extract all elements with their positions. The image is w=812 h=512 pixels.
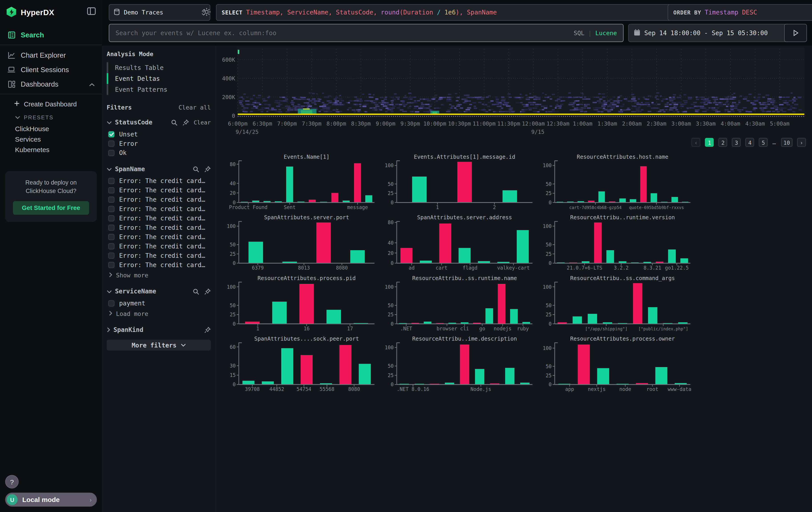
pagination-page-1[interactable]: 1 (705, 138, 714, 147)
delta-chart-spanattributes-server-address[interactable]: SpanAttributes.server.address0204080adca… (385, 214, 543, 275)
load-more-button[interactable]: Load more (107, 309, 211, 318)
filter-option-unset[interactable]: Unset (107, 130, 211, 139)
pagination-prev-button[interactable]: ‹ (692, 138, 701, 147)
collapse-sidebar-icon[interactable] (87, 7, 96, 17)
preset-item-clickhouse[interactable]: ClickHouse (0, 123, 102, 134)
mode-lucene[interactable]: Lucene (596, 29, 617, 37)
filter-option-error-the-c[interactable]: Error: The credit card (… (107, 195, 211, 204)
pagination-page-3[interactable]: 3 (732, 138, 741, 147)
checkbox[interactable] (108, 234, 115, 240)
checkbox[interactable] (108, 150, 115, 156)
delta-chart-events-attributes-1-message-id[interactable]: Events.Attributes[1].message.id025501001… (385, 154, 543, 214)
source-select[interactable]: Demo Traces (109, 4, 210, 21)
help-button[interactable]: ? (5, 475, 19, 489)
time-range-picker[interactable]: Sep 14 18:00:00 - Sep 15 05:30:00 (628, 24, 790, 42)
pin-icon[interactable] (204, 326, 211, 333)
delta-chart-resourceattributes-process-owner[interactable]: ResourceAttributes.process.owner02550100… (543, 335, 701, 396)
checkbox[interactable] (108, 300, 115, 306)
preset-item-kubernetes[interactable]: Kubernetes (0, 144, 102, 155)
pagination-page-5[interactable]: 5 (759, 138, 768, 147)
checkbox[interactable] (108, 206, 115, 212)
clear-all-filters-button[interactable]: Clear all (178, 104, 211, 111)
checkbox[interactable] (108, 187, 115, 193)
filter-option-error-the-c[interactable]: Error: The credit card (… (107, 186, 211, 195)
filter-section-header[interactable]: SpanKind (107, 326, 211, 333)
delta-chart-resourceattribu-runtime-version[interactable]: ResourceAttribu..runtime.version02550100… (543, 214, 701, 275)
pin-icon[interactable] (204, 166, 211, 172)
filter-option-error-the-c[interactable]: Error: The credit card (… (107, 204, 211, 214)
pagination-next-button[interactable]: › (797, 138, 806, 147)
search-input[interactable] (109, 29, 574, 37)
filter-option-error-the-c[interactable]: Error: The credit card (… (107, 176, 211, 186)
filter-option-error-the-c[interactable]: Error: The credit card (… (107, 251, 211, 260)
local-mode-button[interactable]: U Local mode › (5, 493, 97, 507)
filter-option-error-the-c[interactable]: Error: The credit card (… (107, 223, 211, 233)
x-axis-tick-label: browser (436, 326, 457, 331)
delta-chart-resourceattributes-process-pid[interactable]: ResourceAttributes.process.pid0255010011… (228, 275, 385, 336)
sidebar-item-client-sessions[interactable]: Client Sessions (0, 62, 102, 77)
sql-select-editor[interactable]: SELECT Timestamp, ServiceName, StatusCod… (216, 4, 673, 21)
checkbox[interactable] (108, 178, 115, 184)
checkbox[interactable] (108, 215, 115, 221)
filter-option-error-the-c[interactable]: Error: The credit card (… (107, 214, 211, 223)
checkbox[interactable] (108, 196, 115, 203)
checkbox[interactable] (108, 140, 115, 147)
filter-option-payment[interactable]: payment (107, 299, 211, 308)
analysis-mode-event-patterns[interactable]: Event Patterns (107, 84, 211, 95)
y-axis-tick-label: 0 (233, 381, 236, 387)
search-icon[interactable] (193, 288, 199, 295)
sidebar-item-dashboards[interactable]: Dashboards (0, 77, 102, 91)
chart-title: ResourceAttribu..ss.command_args (570, 275, 675, 281)
filter-option-error-the-c[interactable]: Error: The credit card (… (107, 260, 211, 270)
checkbox-checked[interactable] (108, 131, 115, 137)
clear-section-button[interactable]: Clear (194, 119, 211, 126)
filter-section-header[interactable]: SpanName (107, 165, 211, 173)
presets-toggle[interactable]: PRESETS (0, 111, 102, 123)
filter-section-header[interactable]: StatusCode Clear (107, 119, 211, 126)
x-axis-tick-label: cart-7d958c4b68-gzp54 (569, 205, 621, 210)
source-settings-gear-icon[interactable] (203, 8, 211, 18)
pagination-page-10[interactable]: 10 (781, 138, 792, 147)
pagination-page-2[interactable]: 2 (719, 138, 727, 147)
checkbox[interactable] (108, 262, 115, 268)
sidebar-item-chart-explorer[interactable]: Chart Explorer (0, 48, 102, 62)
filter-option-error-the-c[interactable]: Error: The credit card (… (107, 242, 211, 251)
create-dashboard-button[interactable]: Create Dashboard (0, 98, 102, 111)
bar (517, 230, 529, 263)
get-started-button[interactable]: Get Started for Free (13, 201, 89, 215)
search-icon[interactable] (193, 166, 199, 172)
chevron-down-icon (107, 167, 112, 171)
x-axis-tick-label: 16 (304, 326, 310, 331)
sql-token (738, 9, 742, 16)
filter-section-header[interactable]: ServiceName (107, 288, 211, 295)
filter-option-error-the-c[interactable]: Error: The credit card (… (107, 233, 211, 242)
checkbox[interactable] (108, 225, 115, 231)
preset-item-services[interactable]: Services (0, 134, 102, 144)
delta-chart-spanattributes-server-port[interactable]: SpanAttributes.server.port02550100637980… (228, 214, 385, 275)
delta-chart-resourceattribu-ss-command-args[interactable]: ResourceAttribu..ss.command_args02550100… (543, 275, 701, 336)
show-more-button[interactable]: Show more (107, 271, 211, 280)
checkbox[interactable] (108, 252, 115, 259)
delta-chart-spanattributes-sock-peer-port[interactable]: SpanAttributes....sock.peer.port01530603… (228, 335, 385, 396)
delta-chart-resourceattribu-ss-runtime-name[interactable]: ResourceAttribu..ss.runtime.name02550100… (385, 275, 543, 336)
filter-option-ok[interactable]: Ok (107, 148, 211, 158)
x-axis-tick-label: 4:30am (745, 120, 765, 127)
delta-chart-resourceattribu-ime-description[interactable]: ResourceAttribu..ime.description02550100… (385, 335, 543, 396)
delta-chart-resourceattributes-host-name[interactable]: ResourceAttributes.host.name02550100cart… (543, 154, 701, 214)
pagination-page-4[interactable]: 4 (746, 138, 754, 147)
sidebar-item-search[interactable]: Search (0, 27, 102, 42)
mode-sql[interactable]: SQL (574, 29, 584, 37)
sql-orderby-editor[interactable]: ORDER BY Timestamp DESC (668, 4, 812, 21)
run-query-button[interactable] (784, 24, 807, 42)
pin-icon[interactable] (182, 119, 189, 126)
analysis-mode-results-table[interactable]: Results Table (107, 62, 211, 73)
more-filters-button[interactable]: More filters (107, 340, 211, 351)
events-heatmap-chart[interactable]: 600K400K200K06:00pm6:30pm7:00pm7:30pm8:0… (221, 47, 812, 137)
delta-chart-events-name-1-[interactable]: Events.Name[1]0204080Product FoundSentme… (228, 154, 385, 214)
analysis-mode-event-deltas[interactable]: Event Deltas (107, 73, 211, 84)
pin-icon[interactable] (204, 288, 211, 295)
filter-option-error[interactable]: Error (107, 139, 211, 148)
search-icon[interactable] (171, 119, 177, 126)
checkbox[interactable] (108, 243, 115, 249)
bar (668, 249, 676, 263)
